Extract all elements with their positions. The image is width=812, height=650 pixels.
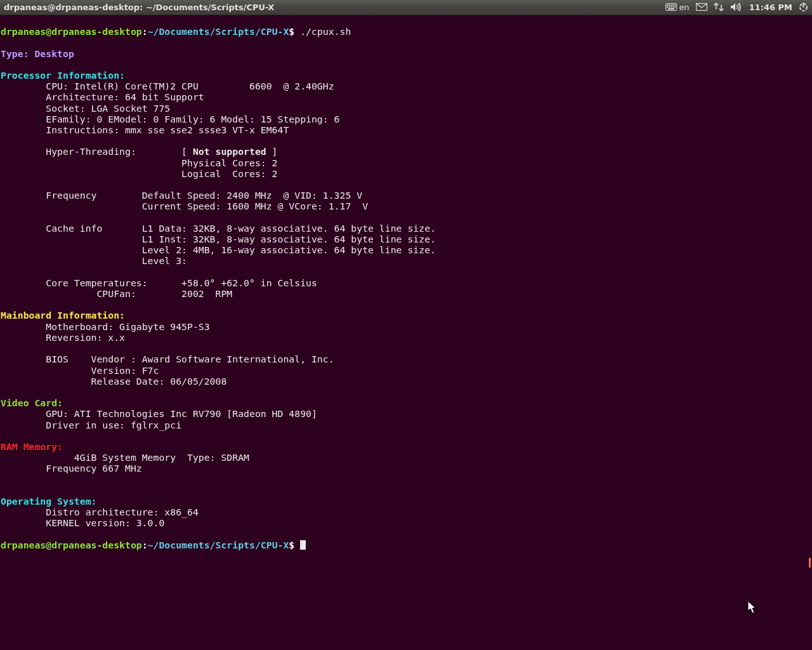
scrollbar-marker bbox=[809, 558, 811, 567]
terminal-cursor bbox=[300, 540, 306, 550]
proc-header: Processor Information: bbox=[1, 70, 125, 81]
mail-icon[interactable] bbox=[696, 3, 707, 11]
proc-arch: Architecture: 64 bit Support bbox=[1, 91, 204, 102]
window-title: drpaneas@drpaneas-desktop: ~/Documents/S… bbox=[0, 2, 665, 13]
mb-bios: BIOS Vendor : Award Software Internation… bbox=[1, 354, 334, 364]
proc-temp: Core Temperatures: +58.0° +62.0° in Cels… bbox=[1, 277, 317, 288]
proc-family: EFamily: 0 EModel: 0 Family: 6 Model: 15… bbox=[1, 114, 340, 124]
svg-rect-10 bbox=[674, 6, 676, 8]
mb-rev: Reversion: x.x bbox=[1, 332, 125, 343]
terminal-output[interactable]: drpaneas@drpaneas-desktop:~/Documents/Sc… bbox=[0, 15, 812, 550]
prompt2-colon: : bbox=[142, 540, 148, 550]
video-driver: Driver in use: fglrx_pci bbox=[1, 420, 181, 430]
svg-rect-6 bbox=[667, 6, 668, 8]
mb-date: Release Date: 06/05/2008 bbox=[1, 376, 226, 387]
proc-ht-value: Not supported bbox=[193, 146, 266, 157]
network-icon[interactable] bbox=[714, 3, 724, 11]
proc-socket: Socket: LGA Socket 775 bbox=[1, 103, 170, 114]
sound-icon[interactable] bbox=[730, 3, 743, 11]
keyboard-indicator[interactable]: en bbox=[665, 2, 689, 13]
prompt2-path: ~/Documents/Scripts/CPU-X bbox=[148, 540, 289, 550]
type-value: Desktop bbox=[34, 48, 74, 59]
proc-cache1: Cache info L1 Data: 32KB, 8-way associat… bbox=[1, 223, 436, 234]
prompt2-user: drpaneas@drpaneas-desktop bbox=[1, 540, 142, 550]
proc-freq1: Frequency Default Speed: 2400 MHz @ VID:… bbox=[1, 190, 362, 201]
svg-rect-7 bbox=[669, 6, 670, 8]
svg-rect-8 bbox=[671, 6, 672, 8]
mb-mobo: Motherboard: Gigabyte 945P-S3 bbox=[1, 321, 210, 332]
proc-cache2: L1 Inst: 32KB, 8-way associative. 64 byt… bbox=[1, 234, 436, 244]
mb-header: Mainboard Information: bbox=[1, 310, 125, 321]
svg-rect-5 bbox=[674, 4, 676, 6]
ram-freq: Frequency 667 MHz bbox=[1, 463, 142, 474]
mouse-pointer-icon bbox=[747, 600, 757, 614]
clock[interactable]: 11:46 PM bbox=[749, 2, 792, 13]
video-header: Video Card: bbox=[1, 397, 63, 408]
proc-cpu: CPU: Intel(R) Core(TM)2 CPU 6600 @ 2.40G… bbox=[1, 81, 334, 91]
svg-rect-1 bbox=[667, 4, 668, 6]
command-text: ./cpux.sh bbox=[300, 26, 351, 37]
svg-rect-9 bbox=[672, 6, 674, 8]
proc-freq2: Current Speed: 1600 MHz @ VCore: 1.17 V bbox=[1, 201, 368, 211]
prompt2-dollar: $ bbox=[289, 540, 294, 550]
type-label: Type: bbox=[1, 48, 34, 59]
proc-ht-label: Hyper-Threading: [ bbox=[1, 146, 193, 157]
prompt-path: ~/Documents/Scripts/CPU-X bbox=[148, 26, 289, 37]
proc-instr: Instructions: mmx sse sse2 ssse3 VT-x EM… bbox=[1, 124, 289, 135]
keyboard-icon bbox=[665, 3, 677, 11]
proc-fan: CPUFan: 2002 RPM bbox=[1, 288, 232, 299]
keyboard-lang: en bbox=[679, 2, 689, 13]
os-header: Operating System: bbox=[1, 496, 96, 507]
top-panel: drpaneas@drpaneas-desktop: ~/Documents/S… bbox=[0, 0, 812, 15]
os-kernel: KERNEL version: 3.0.0 bbox=[1, 517, 164, 528]
proc-cache4: Level 3: bbox=[1, 255, 187, 266]
proc-pcores: Physical Cores: 2 bbox=[1, 157, 278, 168]
svg-rect-4 bbox=[672, 4, 674, 6]
prompt-dollar: $ bbox=[289, 26, 294, 37]
ram-header: RAM Memory: bbox=[1, 441, 63, 452]
proc-cache3: Level 2: 4MB, 16-way associative. 64 byt… bbox=[1, 244, 436, 255]
mb-ver: Version: F7c bbox=[1, 365, 159, 376]
svg-rect-2 bbox=[669, 4, 670, 6]
ram-mem: 4GiB System Memory Type: SDRAM bbox=[1, 452, 249, 463]
system-tray: en 11:46 PM bbox=[665, 2, 812, 13]
os-arch: Distro architecture: x86_64 bbox=[1, 507, 199, 517]
session-icon[interactable] bbox=[799, 3, 808, 12]
proc-ht-close: ] bbox=[266, 146, 278, 157]
svg-rect-11 bbox=[668, 8, 674, 10]
prompt-colon: : bbox=[142, 26, 148, 37]
video-gpu: GPU: ATI Technologies Inc RV790 [Radeon … bbox=[1, 408, 317, 419]
proc-lcores: Logical Cores: 2 bbox=[1, 168, 278, 179]
svg-rect-3 bbox=[671, 4, 672, 6]
prompt-user: drpaneas@drpaneas-desktop bbox=[1, 26, 142, 37]
